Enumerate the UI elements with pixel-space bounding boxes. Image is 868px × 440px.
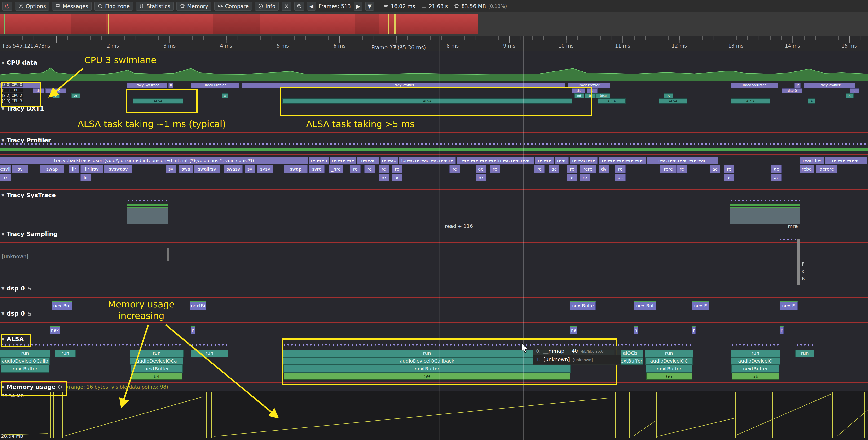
dsp-zone[interactable]: nextE	[779, 301, 798, 310]
collapse-triangle-icon[interactable]: ▼	[1, 193, 4, 198]
profiler-zone[interactable]: rere	[580, 165, 596, 173]
profiler-zone[interactable]: swa	[179, 165, 193, 173]
cpu0-zone[interactable]: Tr	[168, 83, 173, 88]
section-header-dsp-0[interactable]: ▼dsp 0	[1, 310, 32, 317]
cpu2-zone[interactable]: AL	[71, 93, 81, 98]
dsp-zone[interactable]: ne	[570, 326, 577, 334]
profiler-zone[interactable]: re	[615, 165, 625, 173]
collapse-triangle-icon[interactable]: ▼	[1, 337, 4, 342]
profiler-zone[interactable]: rerere	[535, 157, 554, 164]
profiler-zone[interactable]: ac	[475, 165, 486, 173]
collapse-triangle-icon[interactable]: ▼	[1, 385, 4, 389]
dsp-zone[interactable]: n	[634, 326, 638, 334]
cpu0-zone[interactable]: Tr	[795, 83, 801, 88]
alsa-zone[interactable]: run	[731, 350, 780, 357]
section-header-memory-usage[interactable]: ▼Memory usage(range: 16 bytes, visible d…	[1, 383, 168, 390]
profiler-zone[interactable]: read_lre	[800, 157, 824, 164]
profiler-zone[interactable]: re	[490, 165, 500, 173]
section-header-cpu-data[interactable]: ▼CPU data	[1, 59, 37, 66]
profiler-zone[interactable]: ac	[771, 174, 782, 181]
alsa-zone[interactable]: nextBuffer	[1, 365, 49, 373]
cpu2-zone[interactable]: (c	[585, 93, 596, 98]
profiler-zone[interactable]: lirlirsv	[81, 165, 103, 173]
profiler-zone[interactable]: re	[724, 165, 734, 173]
cpu2-zone[interactable]: A	[222, 93, 228, 98]
cpu0-zone[interactable]: Tracy SysTrace	[731, 83, 778, 88]
messages-button[interactable]: Messages	[52, 2, 92, 11]
cpu3-alsa-zone[interactable]: ALSA	[133, 98, 183, 104]
profiler-zone[interactable]: swasv	[224, 165, 243, 173]
section-header-tracy-dxt1[interactable]: ▼Tracy DXT1	[1, 105, 44, 112]
profiler-zone[interactable]: e	[0, 174, 11, 181]
zoom-to-frame-button[interactable]: ▼	[365, 2, 374, 11]
profiler-zone[interactable]: re	[475, 174, 486, 181]
profiler-zone[interactable]: loreacrereacreacreacre	[399, 157, 456, 164]
profiler-zone[interactable]: sv	[165, 165, 176, 173]
zoom-button[interactable]	[294, 2, 304, 11]
profiler-zone[interactable]: acrere	[816, 165, 837, 173]
cpu1-zone[interactable]: dsp 0	[782, 88, 803, 93]
cpu2-zone[interactable]: A	[664, 93, 673, 98]
collapse-triangle-icon[interactable]: ▼	[1, 60, 4, 65]
cpu1-zone[interactable]: d	[587, 88, 598, 93]
collapse-triangle-icon[interactable]: ▼	[1, 286, 4, 291]
dsp-zone[interactable]: nextBuffe	[570, 301, 596, 310]
profiler-zone[interactable]: re	[364, 165, 375, 173]
dsp-zone[interactable]: nextBi	[190, 301, 206, 310]
cpu2-zone[interactable]: A	[53, 93, 60, 98]
dsp-zone[interactable]: r	[692, 326, 695, 334]
alsa-zone[interactable]: nextBuffer	[646, 365, 692, 373]
profiler-zone[interactable]: svsv	[257, 165, 274, 173]
alsa-zone[interactable]: nextBuffer	[131, 365, 183, 373]
alsa-zone[interactable]: audioDeviceIOCallb	[0, 357, 50, 365]
alsa-zone[interactable]: audioDeviceIOCallback	[283, 357, 571, 365]
alsa-zone[interactable]: audioDeviceIOCa	[130, 357, 183, 365]
profiler-zone[interactable]: reread	[380, 157, 398, 164]
profiler-zone[interactable]: rerererererereretrireacreacreac	[457, 157, 534, 164]
section-header-dsp-0[interactable]: ▼dsp 0	[1, 285, 32, 292]
dsp-zone[interactable]: n	[191, 326, 195, 334]
profiler-zone[interactable]: re	[567, 165, 577, 173]
cpu3-alsa-zone[interactable]: ALSA	[731, 98, 770, 104]
tools-button[interactable]	[281, 2, 291, 11]
profiler-zone[interactable]: sv	[245, 165, 255, 173]
cpu1-zone[interactable]: ds	[572, 88, 585, 93]
alsa-zone[interactable]: run	[0, 350, 50, 357]
profiler-zone[interactable]: esvlirswa	[0, 165, 11, 173]
cpu1-zone[interactable]: d	[850, 88, 859, 93]
alsa-zone[interactable]: run	[130, 350, 184, 357]
collapse-triangle-icon[interactable]: ▼	[1, 106, 4, 111]
cpu3-alsa-zone[interactable]: ALSA	[659, 98, 687, 104]
profiler-zone[interactable]: _nre	[329, 165, 343, 173]
cpu3-alsa-zone[interactable]: ALSA	[598, 98, 625, 104]
section-header-tracy-systrace[interactable]: ▼Tracy SysTrace	[1, 192, 56, 199]
profiler-zone[interactable]: rerererere	[330, 157, 356, 164]
profiler-zone[interactable]: re	[378, 165, 389, 173]
profiler-zone[interactable]: re	[580, 174, 590, 181]
collapse-triangle-icon[interactable]: ▼	[1, 138, 4, 143]
alsa-zone[interactable]: nextBuffer	[283, 365, 570, 373]
profiler-zone[interactable]: sv	[12, 165, 28, 173]
systrace-zone[interactable]	[730, 207, 800, 224]
dsp-zone[interactable]: nex	[50, 326, 60, 334]
cpu0-zone[interactable]: Tracy Profiler	[242, 83, 565, 88]
dsp-zone[interactable]: r	[779, 326, 783, 334]
alsa-zone[interactable]: run	[55, 350, 76, 357]
cpu0-zone[interactable]: Tracy Profiler	[804, 83, 856, 88]
cpu1-zone[interactable]: dsp 0	[45, 88, 66, 93]
profiler-zone[interactable]: re	[350, 165, 361, 173]
alsa-zone[interactable]: run	[795, 350, 814, 357]
profiler-zone[interactable]: re	[534, 165, 545, 173]
profiler-zone[interactable]: ac	[771, 165, 782, 173]
cpu3-alsa-zone[interactable]: A	[808, 98, 815, 104]
memory-usage-graph[interactable]	[0, 392, 868, 438]
compare-button[interactable]: Compare	[214, 2, 252, 11]
find-zone-button[interactable]: Find zone	[94, 2, 133, 11]
alsa-zone[interactable]: run	[645, 350, 693, 357]
statistics-button[interactable]: Statistics	[136, 2, 174, 11]
profiler-zone[interactable]: reac	[555, 157, 569, 164]
profiler-zone[interactable]: lir	[81, 174, 91, 181]
profiler-zone[interactable]: ac	[567, 174, 577, 181]
cpu1-zone[interactable]: ds	[33, 88, 44, 93]
options-button[interactable]: Options	[15, 2, 49, 11]
